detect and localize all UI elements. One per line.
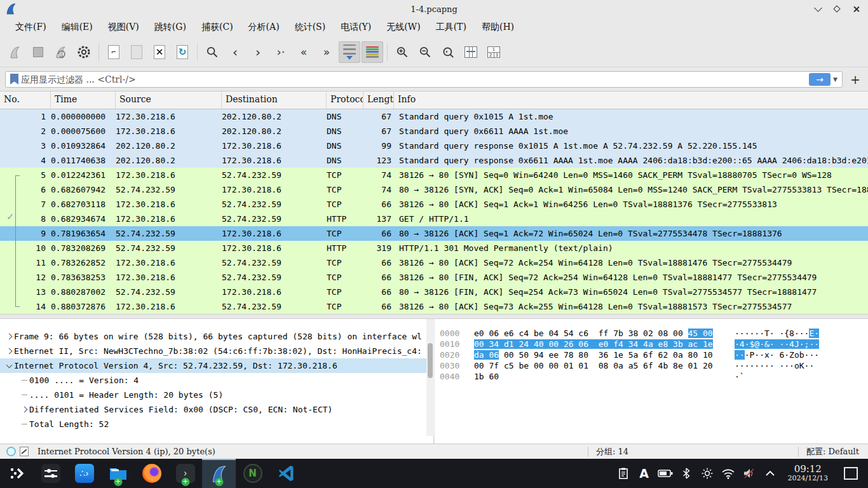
hex-row[interactable]: 0040 1b 60 ·` xyxy=(440,371,868,382)
wifi-icon[interactable] xyxy=(720,465,736,482)
packet-row[interactable]: 9 0.781963654 52.74.232.59 172.30.218.6 … xyxy=(0,226,868,241)
menu-item[interactable]: 统计(S) xyxy=(287,20,334,35)
colorize-packets-button[interactable] xyxy=(362,41,383,63)
first-packet-button[interactable]: « xyxy=(293,41,315,63)
battery-icon[interactable] xyxy=(657,465,674,482)
hex-row[interactable]: 0000 e0 06 e6 c4 be 04 54 c6 ff 7b 38 02… xyxy=(440,328,868,339)
detail-line[interactable]: Ethernet II, Src: NewH3CTechno_7b:38:02 … xyxy=(0,344,433,358)
column-time[interactable]: Time xyxy=(51,92,116,109)
find-packet-button[interactable] xyxy=(201,41,223,63)
detail-line[interactable]: Differentiated Services Field: 0x00 (DSC… xyxy=(0,402,433,417)
resize-columns-button[interactable] xyxy=(460,41,482,63)
packet-row[interactable]: 6 0.682607942 52.74.232.59 172.30.218.6 … xyxy=(0,182,868,197)
hex-row[interactable]: 0030 00 7f c5 be 00 00 01 01 08 0a a5 6f… xyxy=(440,360,868,371)
open-file-button[interactable]: ⌐ xyxy=(103,41,125,63)
menu-item[interactable]: 视图(V) xyxy=(100,20,147,35)
maximize-button[interactable] xyxy=(829,1,845,17)
taskbar-control-center[interactable] xyxy=(34,459,67,488)
taskbar-vscode[interactable] xyxy=(269,459,303,488)
expand-icon[interactable] xyxy=(19,395,29,395)
hex-row[interactable]: 0020 da 06 00 50 94 ee 78 80 36 1e 5a 6f… xyxy=(440,349,868,360)
taskbar-neovim[interactable]: N xyxy=(236,459,269,488)
detail-line[interactable]: .... 0101 = Header Length: 20 bytes (5) xyxy=(0,388,433,402)
go-back-button[interactable]: ‹ xyxy=(224,41,246,63)
expand-icon[interactable] xyxy=(19,380,29,381)
taskbar-firefox[interactable] xyxy=(135,459,168,488)
auto-scroll-button[interactable] xyxy=(339,41,360,63)
capture-options-button[interactable] xyxy=(73,41,95,63)
zoom-out-button[interactable] xyxy=(414,41,436,63)
taskbar-clock[interactable]: 09:12 2024/12/13 xyxy=(788,464,828,482)
expand-icon[interactable] xyxy=(4,334,14,339)
detail-line[interactable]: Internet Protocol Version 4, Src: 52.74.… xyxy=(0,358,433,373)
hex-row[interactable]: 0010 00 34 d1 24 40 00 26 06 e0 f4 34 4a… xyxy=(440,339,868,349)
menu-item[interactable]: 捕获(C) xyxy=(194,20,241,35)
close-file-button[interactable]: ✕ xyxy=(149,41,170,63)
column-protocol[interactable]: Protocol xyxy=(327,92,363,109)
packet-row[interactable]: 1 0.000000000 172.30.218.6 202.120.80.2 … xyxy=(0,109,868,124)
start-capture-button[interactable] xyxy=(4,41,26,63)
save-file-button[interactable] xyxy=(126,41,147,63)
packet-row[interactable]: 4 0.011740638 202.120.80.2 172.30.218.6 … xyxy=(0,153,868,168)
menu-item[interactable]: 无线(W) xyxy=(379,20,428,35)
volume-muted-icon[interactable] xyxy=(741,465,757,482)
add-filter-button[interactable]: + xyxy=(848,72,863,87)
details-vertical-scrollbar[interactable] xyxy=(426,319,434,436)
display-filter-box[interactable]: → ▼ xyxy=(5,71,843,88)
packet-row[interactable]: 7 0.682703118 172.30.218.6 52.74.232.59 … xyxy=(0,197,868,212)
close-button[interactable] xyxy=(848,1,864,17)
show-desktop-button[interactable] xyxy=(844,467,858,480)
expand-icon[interactable] xyxy=(19,407,29,412)
taskbar-file-manager[interactable]: + xyxy=(101,459,135,488)
taskbar-terminal[interactable]: › + xyxy=(168,459,202,488)
filter-dropdown-caret-icon[interactable]: ▼ xyxy=(833,76,837,83)
apply-filter-button[interactable]: → xyxy=(809,73,831,86)
brightness-icon[interactable] xyxy=(699,465,715,482)
column-no[interactable]: No. xyxy=(0,92,51,109)
menu-item[interactable]: 电话(Y) xyxy=(333,20,379,35)
clipboard-icon[interactable] xyxy=(615,465,632,482)
column-length[interactable]: Lengtl xyxy=(363,92,394,109)
expand-icon[interactable] xyxy=(19,424,29,424)
expand-icon[interactable] xyxy=(4,365,14,367)
restart-capture-button[interactable] xyxy=(50,41,72,63)
menu-item[interactable]: 编辑(E) xyxy=(54,20,100,35)
menu-item[interactable]: 帮助(H) xyxy=(474,20,522,35)
packet-row[interactable]: 3 0.010932864 202.120.80.2 172.30.218.6 … xyxy=(0,139,868,153)
minimize-button[interactable] xyxy=(810,1,826,17)
taskbar-wireshark[interactable]: + xyxy=(202,459,236,488)
packet-row[interactable]: 5 0.012242361 172.30.218.6 52.74.232.59 … xyxy=(0,168,868,182)
zoom-in-button[interactable] xyxy=(391,41,413,63)
display-filter-input[interactable] xyxy=(21,74,809,85)
packet-row[interactable]: 12 0.783638253 172.30.218.6 52.74.232.59… xyxy=(0,270,868,285)
detail-line[interactable]: Total Length: 52 xyxy=(0,417,433,431)
menu-item[interactable]: 分析(A) xyxy=(241,20,287,35)
packet-row[interactable]: 14 0.880372876 172.30.218.6 52.74.232.59… xyxy=(0,299,868,314)
packet-row[interactable]: 8 0.682934674 172.30.218.6 52.74.232.59 … xyxy=(0,212,868,226)
column-source[interactable]: Source xyxy=(116,92,222,109)
expert-info-icon[interactable] xyxy=(6,447,16,456)
capture-comment-icon[interactable] xyxy=(20,447,29,456)
input-method-indicator[interactable]: A xyxy=(636,465,653,482)
packet-row[interactable]: 13 0.880287002 52.74.232.59 172.30.218.6… xyxy=(0,285,868,299)
expand-icon[interactable] xyxy=(4,349,14,353)
menu-item[interactable]: 跳转(G) xyxy=(147,20,194,35)
packet-row[interactable]: 10 0.783208269 52.74.232.59 172.30.218.6… xyxy=(0,241,868,255)
taskbar-launcher[interactable] xyxy=(0,459,34,488)
layout-columns-button[interactable]: 123 xyxy=(483,41,505,63)
reload-file-button[interactable]: ↻ xyxy=(172,41,193,63)
go-forward-button[interactable]: › xyxy=(247,41,269,63)
bluetooth-icon[interactable] xyxy=(678,465,695,482)
status-profile[interactable]: 配置: Default xyxy=(799,446,868,458)
taskbar-app-store[interactable]: ∴› xyxy=(67,459,101,488)
stop-capture-button[interactable] xyxy=(27,41,49,63)
pane-splitter[interactable] xyxy=(0,314,868,319)
go-to-packet-button[interactable]: ›· xyxy=(270,41,292,63)
zoom-reset-button[interactable] xyxy=(437,41,459,63)
menu-item[interactable]: 文件(F) xyxy=(8,20,54,35)
detail-line[interactable]: 0100 .... = Version: 4 xyxy=(0,373,433,388)
detail-line[interactable]: Frame 9: 66 bytes on wire (528 bits), 66… xyxy=(0,329,433,344)
column-info[interactable]: Info xyxy=(394,92,868,109)
bookmark-icon[interactable] xyxy=(10,74,18,85)
packet-row[interactable]: 2 0.000075600 172.30.218.6 202.120.80.2 … xyxy=(0,124,868,139)
